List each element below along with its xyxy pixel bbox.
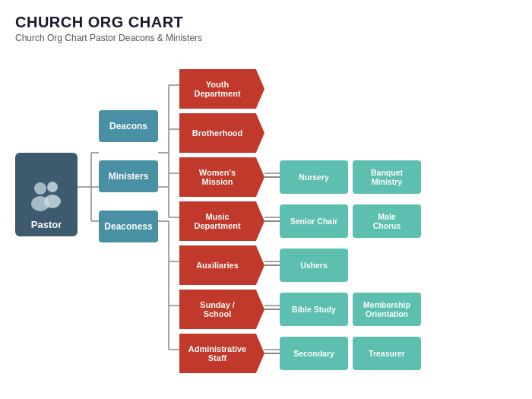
brotherhood-arrow: Brotherhood — [179, 113, 264, 153]
ministers-box: Ministers — [99, 160, 158, 192]
svg-point-26 — [44, 195, 61, 208]
main-row-auxiliaries: Auxiliaries Ushers — [179, 245, 421, 285]
auxiliaries-sub-line — [264, 264, 280, 266]
main-row-music: MusicDepartment Senior Chair MaleChorus — [179, 201, 421, 241]
auxiliaries-arrow: Auxiliaries — [179, 245, 264, 285]
music-arrow: MusicDepartment — [179, 201, 264, 241]
svg-point-23 — [34, 182, 46, 195]
main-row-youth: Youth Department — [179, 69, 421, 109]
pastor-label: Pastor — [31, 219, 62, 230]
male-chorus-box: MaleChorus — [353, 204, 421, 238]
sunday-arrow: Sunday /School — [179, 290, 264, 329]
main-row-sunday: Sunday /School Bible Study MembershipOri… — [179, 290, 421, 329]
pastor-box: Pastor — [15, 153, 78, 236]
banquet-box: BanquetMinistry — [353, 160, 421, 194]
ushers-box: Ushers — [280, 249, 348, 282]
bible-study-box: Bible Study — [280, 293, 348, 326]
pastor-icon — [27, 176, 66, 216]
treasurer-box: Treasurer — [353, 337, 421, 370]
svg-point-25 — [47, 182, 58, 192]
womens-sub-line — [264, 176, 280, 178]
mid-column: Deacons Ministers Deaconess — [99, 110, 158, 242]
youth-arrow: Youth Department — [179, 69, 264, 109]
nursery-box: Nursery — [280, 160, 348, 194]
main-row-admin: AdministrativeStaff Secondary Treasurer — [179, 334, 421, 373]
page-subtitle: Church Org Chart Pastor Deacons & Minist… — [15, 33, 517, 43]
senior-chair-box: Senior Chair — [280, 204, 348, 238]
admin-arrow: AdministrativeStaff — [179, 334, 264, 373]
secondary-box: Secondary — [280, 337, 348, 370]
chart-wrapper: Pastor Deacons Ministers Deaconess Youth… — [15, 62, 421, 373]
music-sub-line — [264, 220, 280, 222]
admin-sub-line — [264, 353, 280, 354]
chart-area: Pastor Deacons Ministers Deaconess Youth… — [15, 54, 517, 381]
deacons-box: Deacons — [99, 110, 158, 142]
main-column: Youth Department Brotherhood Women'sMiss… — [179, 69, 421, 373]
womens-arrow: Women'sMission — [179, 157, 264, 197]
membership-box: MembershipOrientation — [353, 293, 421, 326]
main-row-brotherhood: Brotherhood — [179, 113, 421, 153]
main-row-womens: Women'sMission Nursery BanquetMinistry — [179, 157, 421, 197]
deaconess-box: Deaconess — [99, 211, 158, 242]
sunday-sub-line — [264, 309, 280, 310]
page-title: CHURCH ORG CHART — [15, 14, 517, 31]
